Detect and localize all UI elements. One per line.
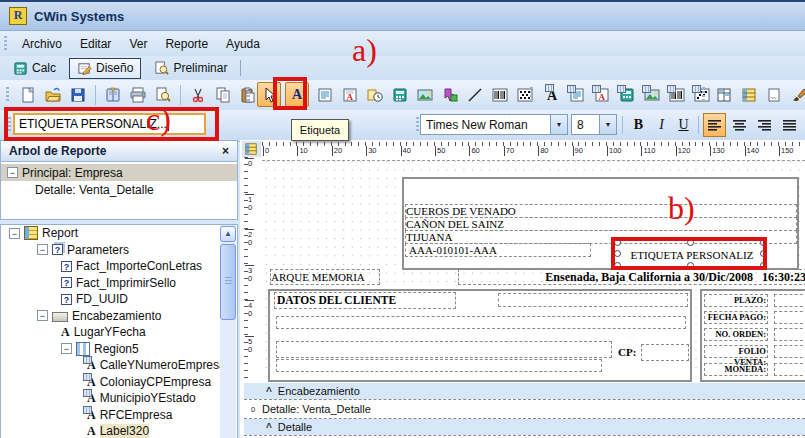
save-report-button[interactable] [66, 82, 90, 107]
tab-preliminar[interactable]: Preliminar [147, 59, 234, 78]
cp-label[interactable]: CP: [618, 346, 636, 358]
field-client-1[interactable] [498, 293, 688, 307]
tab-calc[interactable]: Calc [6, 59, 63, 78]
close-icon[interactable]: × [222, 144, 229, 158]
align-justify-button[interactable] [778, 113, 801, 137]
field-value-box[interactable] [774, 311, 805, 324]
menu-reporte[interactable]: Reporte [156, 34, 217, 54]
richtext-tool-button[interactable]: A [338, 82, 362, 107]
underline-button[interactable]: U [672, 113, 695, 137]
field-value-box[interactable] [774, 294, 805, 307]
field-client-4[interactable] [276, 359, 602, 372]
tree-item-rfcempresa[interactable]: ARFCEmpresa [1, 407, 237, 424]
scroll-up-icon[interactable]: ▲ [220, 226, 236, 242]
align-right-button[interactable] [753, 113, 776, 137]
tree-item-venta-detalle[interactable]: Detalle: Venta_Detalle [1, 181, 237, 198]
scrollbar-thumb[interactable] [220, 244, 236, 320]
field-label-noorden[interactable]: NO. ORDEN: [704, 328, 768, 341]
copy-button[interactable] [211, 82, 235, 107]
field-label-moneda[interactable]: MONEDA: [704, 363, 768, 376]
dbrichtext-tool-button[interactable]: A [590, 82, 614, 107]
chevron-down-icon[interactable]: ▼ [550, 115, 567, 134]
toolbar-grip[interactable] [416, 117, 419, 133]
field-company-line2[interactable]: CAÑON DEL SAINZ [405, 217, 797, 231]
band-encabezamiento[interactable]: ^ Encabezamiento [244, 383, 805, 399]
dbbarcode-tool-button[interactable] [665, 82, 689, 107]
scrollbar[interactable]: ▲ [220, 225, 236, 438]
data-dictionary-button[interactable] [101, 82, 125, 107]
menu-archivo[interactable]: Archivo [13, 34, 71, 54]
chevron-down-icon[interactable]: ▼ [599, 115, 616, 134]
tree-item-coloniaycpempresa[interactable]: AColoniayCPEmpresa [1, 374, 237, 391]
align-center-button[interactable] [728, 113, 751, 137]
open-report-button[interactable] [41, 82, 65, 107]
toolbar-grip[interactable] [4, 36, 7, 52]
field-client-title[interactable]: DATOS DEL CLIENTE [274, 292, 456, 309]
italic-button[interactable]: I [650, 113, 673, 137]
menu-editar[interactable]: Editar [71, 34, 120, 54]
tree-item-fact_importeconletras[interactable]: ?Fact_ImporteConLetras [1, 258, 237, 275]
field-label-fechapago[interactable]: FECHA PAGO: [704, 311, 768, 324]
region-tool-button[interactable] [712, 82, 736, 107]
memo-tool-button[interactable] [313, 82, 337, 107]
tree-item-principal-empresa[interactable]: − Principal: Empresa [1, 164, 237, 181]
tree-item-lugaryfecha[interactable]: ALugarYFecha [1, 324, 237, 341]
menu-ayuda[interactable]: Ayuda [217, 34, 269, 54]
datatable-tool-button[interactable] [737, 82, 761, 107]
tree-item-label320[interactable]: ALabel320 [1, 423, 237, 438]
band-detalle[interactable]: ^ Detalle [244, 419, 805, 435]
field-label-plazo[interactable]: PLAZO: [704, 294, 768, 307]
calctext-tool-button[interactable] [388, 82, 412, 107]
cut-button[interactable] [186, 82, 210, 107]
collapse-icon[interactable]: − [9, 228, 20, 239]
field-value-box[interactable] [774, 328, 805, 341]
font-size-select[interactable]: 8 ▼ [571, 114, 617, 135]
tree-item-fd_uuid[interactable]: ?FD_UUID [1, 291, 237, 308]
format-brush-button[interactable] [787, 82, 805, 107]
toolbar-grip[interactable] [530, 87, 533, 103]
toolbar-grip[interactable] [702, 87, 705, 103]
field-client-3[interactable] [276, 341, 612, 358]
field-value-box[interactable] [774, 363, 805, 376]
align-left-button[interactable] [703, 113, 726, 137]
field-company-rfc[interactable]: AAA-010101-AAA [405, 243, 591, 257]
datetime-tool-button[interactable] [363, 82, 387, 107]
field-place-date[interactable]: Ensenada, Baja California a 30/Dic/2008 … [458, 269, 805, 285]
line-tool-button[interactable] [463, 82, 487, 107]
page-tool-button[interactable] [762, 82, 786, 107]
collapse-icon[interactable]: − [61, 343, 72, 354]
collapse-icon[interactable]: − [37, 244, 48, 255]
tree-item-encabezamiento[interactable]: −Encabezamiento [1, 308, 237, 325]
field-memoria[interactable]: ARQUE MEMORIA [270, 269, 380, 285]
shapes-tool-button[interactable] [438, 82, 462, 107]
dbtext-tool-button[interactable]: A [540, 82, 564, 107]
collapse-icon[interactable]: − [7, 167, 18, 178]
bold-button[interactable]: B [627, 113, 650, 137]
field-label-folioventa[interactable]: FOLIO VENTA: [704, 345, 768, 358]
design-surface[interactable]: CUEROS DE VENADO CAÑON DEL SAINZ TIJUANA… [262, 157, 805, 383]
tree-item-parameters[interactable]: −?Parameters [1, 242, 237, 259]
band-collapse-icon[interactable]: ^ [266, 422, 272, 433]
dbcalc-tool-button[interactable] [615, 82, 639, 107]
field-cp[interactable] [641, 344, 689, 361]
collapse-icon[interactable]: − [37, 310, 48, 321]
tree-item-calleynumeroempresa[interactable]: ACalleYNumeroEmpresa [1, 357, 237, 374]
tab-diseno[interactable]: Diseño [69, 58, 141, 79]
tree-item-report[interactable]: −Report [1, 225, 237, 242]
band-detalle-venta[interactable]: 0 Detalle: Venta_Detalle [244, 399, 805, 419]
field-client-2[interactable] [276, 316, 686, 329]
dbimage-tool-button[interactable] [640, 82, 664, 107]
tree-item-region5[interactable]: −Region5 [1, 341, 237, 358]
field-value-box[interactable] [774, 345, 805, 358]
new-report-button[interactable] [16, 82, 40, 107]
toolbar-grip[interactable] [247, 87, 250, 103]
menu-ver[interactable]: Ver [120, 34, 156, 54]
barcode-tool-button[interactable] [488, 82, 512, 107]
tree-item-fact_imprimirsello[interactable]: ?Fact_ImprimirSello [1, 275, 237, 292]
tree-item-municipioyestado[interactable]: AMunicipioYEstado [1, 390, 237, 407]
dbmemo-tool-button[interactable] [565, 82, 589, 107]
toolbar-grip[interactable] [6, 87, 9, 103]
field-company-line1[interactable]: CUEROS DE VENADO [405, 204, 797, 218]
image-tool-button[interactable] [413, 82, 437, 107]
band-collapse-icon[interactable]: ^ [266, 386, 272, 397]
